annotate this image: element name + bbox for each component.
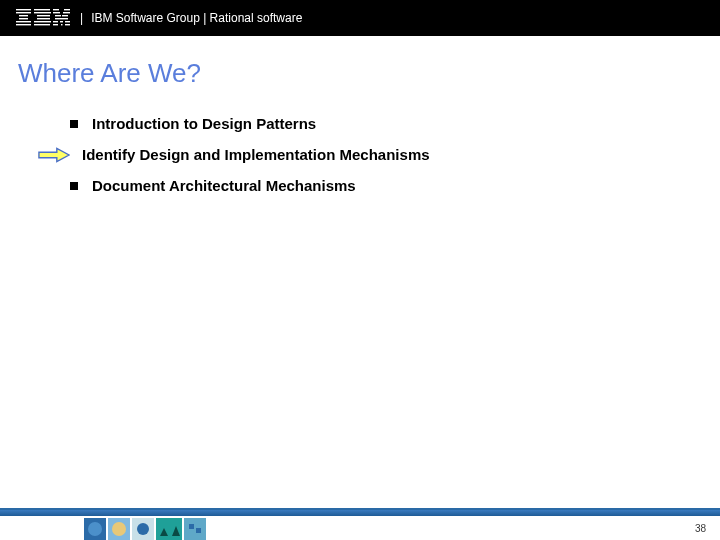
svg-rect-5: [16, 24, 31, 25]
svg-rect-8: [37, 15, 50, 16]
agenda-item-label: Document Architectural Mechanisms: [92, 177, 356, 194]
page-number: 38: [695, 523, 706, 534]
svg-rect-33: [189, 524, 194, 529]
agenda-item: Introduction to Design Patterns: [70, 115, 720, 132]
bullet-icon: [70, 182, 78, 190]
svg-rect-14: [53, 12, 60, 13]
svg-rect-17: [62, 15, 68, 16]
svg-rect-2: [19, 15, 28, 16]
agenda-list: Introduction to Design Patterns Identify…: [0, 89, 720, 194]
agenda-item: Document Architectural Mechanisms: [70, 177, 720, 194]
header-divider: |: [80, 11, 83, 25]
svg-rect-31: [156, 518, 182, 540]
svg-rect-20: [60, 21, 63, 22]
svg-rect-11: [34, 24, 50, 25]
svg-point-26: [88, 522, 102, 536]
svg-rect-32: [184, 518, 206, 540]
svg-point-30: [137, 523, 149, 535]
svg-rect-1: [16, 12, 31, 13]
svg-rect-7: [34, 12, 51, 13]
svg-rect-9: [37, 18, 50, 19]
svg-point-28: [112, 522, 126, 536]
footer: 38: [0, 508, 720, 540]
svg-rect-0: [16, 9, 31, 10]
slide: | IBM Software Group | Rational software…: [0, 0, 720, 540]
footer-body: 38: [0, 516, 720, 540]
agenda-item-label: Identify Design and Implementation Mecha…: [82, 146, 430, 163]
agenda-item-current: Identify Design and Implementation Mecha…: [70, 146, 720, 163]
svg-rect-21: [65, 21, 70, 22]
svg-rect-23: [61, 24, 63, 25]
slide-title: Where Are We?: [0, 36, 720, 89]
agenda-item-label: Introduction to Design Patterns: [92, 115, 316, 132]
bullet-icon: [70, 120, 78, 128]
svg-rect-12: [53, 9, 59, 10]
header-group-text: IBM Software Group | Rational software: [91, 11, 302, 25]
svg-rect-18: [55, 18, 68, 19]
svg-rect-3: [19, 18, 28, 19]
svg-rect-10: [34, 21, 51, 22]
svg-rect-4: [16, 21, 31, 22]
header-bar: | IBM Software Group | Rational software: [0, 0, 720, 36]
current-arrow-icon: [38, 147, 70, 163]
footer-decor-icons: [84, 508, 254, 540]
svg-rect-34: [196, 528, 201, 533]
svg-rect-15: [63, 12, 70, 13]
svg-rect-24: [65, 24, 70, 25]
ibm-logo: [16, 8, 70, 28]
svg-rect-22: [53, 24, 58, 25]
svg-rect-6: [34, 9, 50, 10]
svg-rect-13: [64, 9, 70, 10]
svg-rect-19: [53, 21, 58, 22]
svg-rect-16: [55, 15, 61, 16]
